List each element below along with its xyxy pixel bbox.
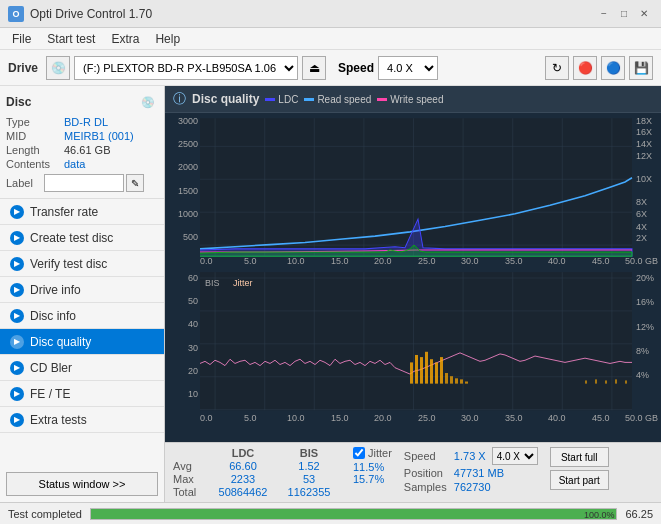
sidebar-item-verify-test-disc[interactable]: ▶ Verify test disc: [0, 251, 164, 277]
svg-text:5.0: 5.0: [244, 413, 257, 423]
svg-text:16%: 16%: [636, 297, 654, 307]
transfer-rate-label: Transfer rate: [30, 205, 98, 219]
svg-text:45.0: 45.0: [592, 413, 610, 423]
disc-title: Disc: [6, 95, 31, 109]
svg-text:12X: 12X: [636, 150, 652, 160]
disc-contents-val: data: [64, 158, 85, 170]
disc-section: Disc 💿 Type BD-R DL MID MEIRB1 (001) Len…: [0, 86, 164, 199]
sidebar-item-transfer-rate[interactable]: ▶ Transfer rate: [0, 199, 164, 225]
svg-text:45.0: 45.0: [592, 255, 610, 265]
svg-rect-65: [465, 382, 468, 384]
svg-text:15.0: 15.0: [331, 255, 349, 265]
svg-text:2500: 2500: [178, 139, 198, 149]
disc-info-icon: ▶: [10, 309, 24, 323]
svg-text:0.0: 0.0: [200, 255, 213, 265]
disc-length-val: 46.61 GB: [64, 144, 110, 156]
settings-btn1[interactable]: 🔴: [573, 56, 597, 80]
legend-read-speed-label: Read speed: [317, 94, 371, 105]
close-button[interactable]: ✕: [635, 5, 653, 23]
svg-rect-57: [425, 352, 428, 384]
status-window-button[interactable]: Status window >>: [6, 472, 158, 496]
sidebar-item-disc-quality[interactable]: ▶ Disc quality: [0, 329, 164, 355]
settings-btn2[interactable]: 🔵: [601, 56, 625, 80]
disc-contents-key: Contents: [6, 158, 64, 170]
disc-label-input[interactable]: [44, 174, 124, 192]
col-bis: BIS: [277, 447, 341, 459]
start-full-button[interactable]: Start full: [550, 447, 609, 467]
disc-header: Disc 💿: [6, 92, 158, 112]
progress-track: 100.0%: [90, 508, 617, 520]
sidebar-item-fe-te[interactable]: ▶ FE / TE: [0, 381, 164, 407]
extra-tests-icon: ▶: [10, 413, 24, 427]
svg-text:25.0: 25.0: [418, 255, 436, 265]
svg-rect-61: [445, 373, 448, 384]
save-button[interactable]: 💾: [629, 56, 653, 80]
statusbar: Test completed 100.0% 66.25: [0, 502, 661, 524]
extra-tests-label: Extra tests: [30, 413, 87, 427]
menu-start-test[interactable]: Start test: [39, 30, 103, 48]
minimize-button[interactable]: −: [595, 5, 613, 23]
chart-top-svg: 3000 2500 2000 1500 1000 500 18X 16X 14X…: [165, 113, 661, 442]
svg-text:60: 60: [188, 272, 198, 282]
svg-text:8%: 8%: [636, 346, 649, 356]
svg-text:5.0: 5.0: [244, 255, 257, 265]
sidebar-item-create-test-disc[interactable]: ▶ Create test disc: [0, 225, 164, 251]
legend-ldc: LDC: [265, 94, 298, 105]
svg-text:10: 10: [188, 389, 198, 399]
svg-text:8X: 8X: [636, 197, 647, 207]
toolbar: Drive 💿 (F:) PLEXTOR BD-R PX-LB950SA 1.0…: [0, 50, 661, 86]
left-panel: Disc 💿 Type BD-R DL MID MEIRB1 (001) Len…: [0, 86, 165, 502]
titlebar-left: O Opti Drive Control 1.70: [8, 6, 152, 22]
sidebar-item-disc-info[interactable]: ▶ Disc info: [0, 303, 164, 329]
right-panel: ⓘ Disc quality LDC Read speed Write spee…: [165, 86, 661, 502]
disc-type-key: Type: [6, 116, 64, 128]
drive-select[interactable]: (F:) PLEXTOR BD-R PX-LB950SA 1.06: [74, 56, 298, 80]
speed-label: Speed: [338, 61, 374, 75]
avg-label: Avg: [173, 460, 209, 472]
disc-quality-icon: ▶: [10, 335, 24, 349]
legend-write-speed-label: Write speed: [390, 94, 443, 105]
svg-text:40.0: 40.0: [548, 255, 566, 265]
sidebar-item-extra-tests[interactable]: ▶ Extra tests: [0, 407, 164, 433]
svg-rect-58: [430, 359, 433, 383]
avg-ldc: 66.60: [211, 460, 275, 472]
disc-quality-label: Disc quality: [30, 335, 91, 349]
start-part-button[interactable]: Start part: [550, 470, 609, 490]
titlebar-controls: − □ ✕: [595, 5, 653, 23]
menubar: File Start test Extra Help: [0, 28, 661, 50]
svg-text:10X: 10X: [636, 174, 652, 184]
speed-stat-label: Speed: [404, 450, 452, 462]
jitter-checkbox[interactable]: [353, 447, 365, 459]
svg-text:20.0: 20.0: [374, 413, 392, 423]
svg-text:16X: 16X: [636, 127, 652, 137]
menu-extra[interactable]: Extra: [103, 30, 147, 48]
svg-text:40.0: 40.0: [548, 413, 566, 423]
eject-button[interactable]: ⏏: [302, 56, 326, 80]
svg-text:35.0: 35.0: [505, 413, 523, 423]
speed-select[interactable]: 4.0 X: [378, 56, 438, 80]
disc-label-key: Label: [6, 177, 44, 189]
svg-text:50.0 GB: 50.0 GB: [625, 255, 658, 265]
legend-ldc-label: LDC: [278, 94, 298, 105]
svg-rect-54: [410, 362, 413, 383]
total-label: Total: [173, 486, 209, 498]
samples-label: Samples: [404, 481, 452, 493]
maximize-button[interactable]: □: [615, 5, 633, 23]
drive-icon-btn[interactable]: 💿: [46, 56, 70, 80]
menu-file[interactable]: File: [4, 30, 39, 48]
chart-area: 3000 2500 2000 1500 1000 500 18X 16X 14X…: [165, 113, 661, 442]
disc-refresh-icon[interactable]: 💿: [138, 92, 158, 112]
svg-text:500: 500: [183, 232, 198, 242]
svg-rect-59: [435, 362, 438, 383]
menu-help[interactable]: Help: [147, 30, 188, 48]
sidebar-item-drive-info[interactable]: ▶ Drive info: [0, 277, 164, 303]
sidebar-item-cd-bler[interactable]: ▶ CD Bler: [0, 355, 164, 381]
svg-rect-66: [585, 380, 587, 383]
svg-text:1500: 1500: [178, 185, 198, 195]
svg-text:4%: 4%: [636, 370, 649, 380]
avg-bis: 1.52: [277, 460, 341, 472]
speed-stat-select[interactable]: 4.0 X: [492, 447, 538, 465]
stats-bar: LDC BIS Avg 66.60 1.52 Max 2233 53 Total…: [165, 442, 661, 502]
disc-label-btn[interactable]: ✎: [126, 174, 144, 192]
refresh-button[interactable]: ↻: [545, 56, 569, 80]
